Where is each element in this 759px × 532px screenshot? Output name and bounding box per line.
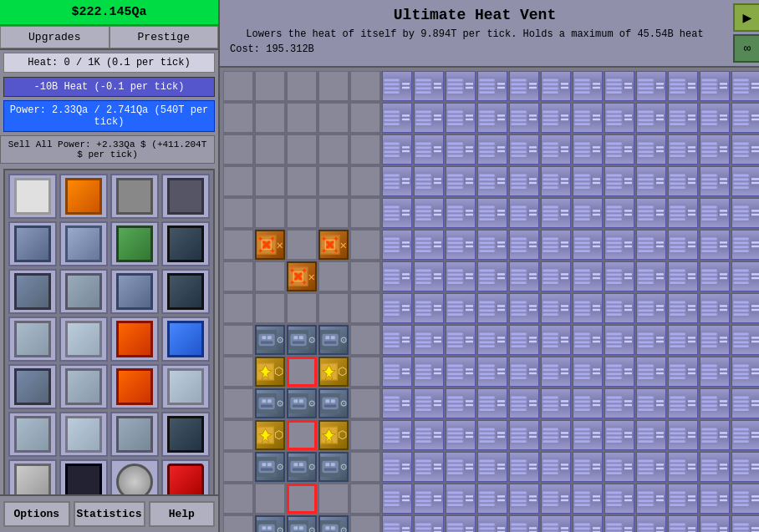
grid-cell[interactable]: [382, 230, 412, 260]
grid-cell[interactable]: [509, 103, 539, 133]
grid-cell[interactable]: [414, 388, 444, 418]
grid-cell[interactable]: [350, 325, 380, 355]
grid-cell[interactable]: [573, 293, 603, 323]
grid-cell[interactable]: [477, 261, 507, 291]
grid-cell[interactable]: [668, 515, 698, 532]
grid-cell[interactable]: [414, 293, 444, 323]
part-cell[interactable]: [110, 221, 159, 266]
grid-cell[interactable]: [223, 515, 253, 532]
grid-cell[interactable]: [477, 484, 507, 514]
part-cell[interactable]: [161, 221, 210, 266]
grid-cell[interactable]: [223, 420, 253, 450]
part-cell[interactable]: [8, 412, 57, 457]
grid-cell[interactable]: [731, 230, 759, 260]
grid-cell[interactable]: [318, 166, 349, 196]
nav-loop-button[interactable]: ∞: [733, 34, 759, 63]
grid-cell[interactable]: [509, 420, 539, 450]
grid-cell[interactable]: [255, 325, 285, 355]
grid-cell[interactable]: [255, 452, 285, 482]
grid-cell[interactable]: [731, 71, 759, 101]
grid-cell[interactable]: [731, 325, 759, 355]
grid-cell[interactable]: [382, 71, 412, 101]
grid-cell[interactable]: [477, 230, 507, 260]
part-cell[interactable]: [161, 412, 210, 457]
grid-cell[interactable]: [287, 166, 317, 196]
grid-cell[interactable]: [350, 452, 380, 482]
grid-cell[interactable]: [700, 357, 730, 387]
part-cell[interactable]: [110, 364, 159, 409]
grid-cell[interactable]: [446, 261, 476, 291]
grid-cell[interactable]: [731, 134, 759, 165]
part-cell[interactable]: [59, 221, 108, 266]
grid-cell[interactable]: [477, 134, 507, 165]
grid-cell[interactable]: [382, 420, 412, 450]
grid-cell[interactable]: [350, 71, 380, 101]
grid-cell[interactable]: [700, 420, 730, 450]
grid-cell[interactable]: [446, 198, 476, 228]
grid-cell[interactable]: [668, 452, 698, 482]
grid-cell[interactable]: [446, 71, 476, 101]
grid-cell[interactable]: [477, 166, 507, 196]
grid-cell[interactable]: [223, 388, 253, 418]
part-cell[interactable]: [59, 174, 108, 219]
grid-cell[interactable]: [604, 452, 634, 482]
grid-cell[interactable]: [668, 325, 698, 355]
grid-cell[interactable]: [318, 134, 349, 165]
grid-cell[interactable]: [700, 230, 730, 260]
grid-cell[interactable]: [573, 357, 603, 387]
grid-cell[interactable]: [636, 230, 666, 260]
grid-cell[interactable]: [604, 166, 634, 196]
grid-cell[interactable]: [287, 420, 317, 450]
grid-cell[interactable]: [255, 261, 285, 291]
grid-cell[interactable]: [287, 388, 317, 418]
grid-cell[interactable]: [287, 261, 317, 291]
grid-cell[interactable]: [636, 515, 666, 532]
grid-cell[interactable]: [604, 515, 634, 532]
grid-cell[interactable]: [414, 103, 444, 133]
part-cell[interactable]: [161, 364, 210, 409]
part-cell[interactable]: [8, 459, 57, 494]
grid-cell[interactable]: [318, 230, 349, 260]
grid-cell[interactable]: [446, 484, 476, 514]
grid-cell[interactable]: [223, 325, 253, 355]
grid-cell[interactable]: [604, 198, 634, 228]
grid-cell[interactable]: [573, 261, 603, 291]
grid-cell[interactable]: [509, 166, 539, 196]
grid-cell[interactable]: [573, 134, 603, 165]
grid-cell[interactable]: [446, 103, 476, 133]
grid-cell[interactable]: [573, 230, 603, 260]
grid-cell[interactable]: [318, 325, 349, 355]
grid-cell[interactable]: [287, 293, 317, 323]
part-cell[interactable]: [110, 174, 159, 219]
grid-cell[interactable]: [255, 166, 285, 196]
grid-cell[interactable]: [350, 293, 380, 323]
grid-cell[interactable]: [731, 261, 759, 291]
grid-cell[interactable]: [287, 515, 317, 532]
grid-cell[interactable]: [223, 357, 253, 387]
grid-cell[interactable]: [731, 103, 759, 133]
grid-cell[interactable]: [382, 452, 412, 482]
grid-cell[interactable]: [223, 134, 253, 165]
grid-cell[interactable]: [541, 293, 571, 323]
grid-cell[interactable]: [541, 452, 571, 482]
grid-cell[interactable]: [318, 515, 349, 532]
grid-cell[interactable]: [255, 357, 285, 387]
grid-cell[interactable]: [477, 325, 507, 355]
grid-cell[interactable]: [731, 484, 759, 514]
grid-cell[interactable]: [604, 230, 634, 260]
grid-cell[interactable]: [382, 103, 412, 133]
part-cell[interactable]: [8, 269, 57, 314]
grid-cell[interactable]: [636, 357, 666, 387]
grid-cell[interactable]: [541, 103, 571, 133]
grid-cell[interactable]: [700, 452, 730, 482]
grid-cell[interactable]: [573, 420, 603, 450]
part-cell[interactable]: [59, 459, 108, 494]
grid-cell[interactable]: [446, 515, 476, 532]
grid-cell[interactable]: [700, 261, 730, 291]
statistics-button[interactable]: Statistics: [74, 501, 145, 527]
grid-cell[interactable]: [573, 198, 603, 228]
grid-cell[interactable]: [541, 166, 571, 196]
grid-cell[interactable]: [700, 71, 730, 101]
grid-cell[interactable]: [255, 293, 285, 323]
grid-cell[interactable]: [446, 388, 476, 418]
